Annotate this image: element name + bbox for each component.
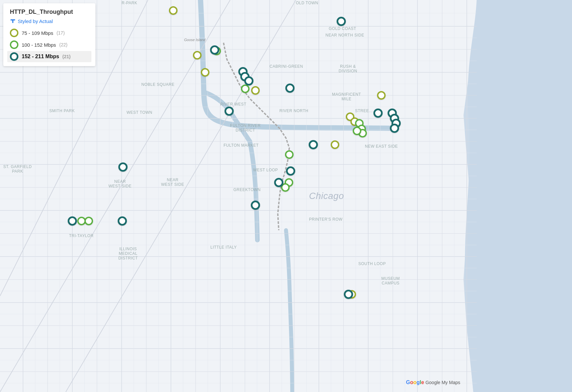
legend-item-teal[interactable]: 152 - 211 Mbps (21) — [7, 51, 91, 62]
marker-teal-14[interactable] — [286, 166, 295, 176]
marker-green-2[interactable] — [241, 85, 250, 93]
svg-rect-75 — [12, 20, 13, 23]
marker-teal-19[interactable] — [68, 216, 77, 226]
marker-teal-7[interactable] — [285, 84, 295, 93]
marker-teal-16[interactable] — [118, 162, 128, 172]
legend-count-teal: (21) — [62, 54, 71, 59]
style-icon — [10, 18, 16, 24]
marker-teal-13[interactable] — [309, 140, 318, 149]
marker-teal-8[interactable] — [373, 109, 383, 118]
legend-circle-olive — [10, 29, 18, 37]
legend-range-green: 100 - 152 Mbps — [22, 42, 56, 48]
svg-rect-74 — [11, 19, 15, 20]
marker-teal-20[interactable] — [344, 290, 353, 299]
marker-teal-1[interactable] — [337, 17, 346, 26]
legend-title: HTTP_DL_Throughput — [10, 9, 89, 15]
legend-range-teal: 152 - 211 Mbps — [22, 54, 59, 60]
legend-circle-green — [10, 40, 18, 49]
map-container: R-PARK OLD TOWN GOLD COAST NEAR NORTH SI… — [0, 0, 572, 392]
marker-green-3[interactable] — [285, 150, 294, 159]
marker-olive-5[interactable] — [377, 91, 386, 100]
styled-by-label: Styled by Actual — [18, 18, 53, 24]
marker-olive-3[interactable] — [201, 68, 209, 77]
marker-teal-5[interactable] — [244, 76, 253, 86]
marker-teal-2[interactable] — [210, 45, 219, 55]
marker-olive-4[interactable] — [251, 86, 260, 95]
legend-styled-by[interactable]: Styled by Actual — [10, 18, 89, 24]
marker-teal-6[interactable] — [225, 107, 234, 116]
marker-green-11[interactable] — [84, 217, 93, 225]
google-attribution: Google Google My Maps — [406, 380, 460, 385]
marker-green-7[interactable] — [353, 127, 361, 135]
marker-olive-8[interactable] — [331, 140, 339, 149]
marker-olive-2[interactable] — [193, 51, 202, 60]
legend-count-green: (22) — [59, 42, 67, 47]
legend-circle-teal — [10, 52, 18, 61]
legend-range-olive: 75 - 109 Mbps — [22, 30, 53, 36]
marker-teal-18[interactable] — [118, 216, 127, 226]
legend-item-green[interactable]: 100 - 152 Mbps (22) — [10, 40, 89, 49]
marker-teal-17[interactable] — [251, 201, 260, 210]
marker-olive-1[interactable] — [169, 6, 178, 15]
legend-count-olive: (17) — [57, 30, 65, 36]
my-maps-label: Google My Maps — [425, 380, 460, 385]
legend-item-olive[interactable]: 75 - 109 Mbps (17) — [10, 29, 89, 37]
legend-panel: HTTP_DL_Throughput Styled by Actual 75 -… — [3, 3, 95, 66]
google-logo: Google — [406, 380, 424, 385]
marker-teal-12[interactable] — [390, 124, 399, 133]
marker-teal-15[interactable] — [274, 178, 283, 187]
